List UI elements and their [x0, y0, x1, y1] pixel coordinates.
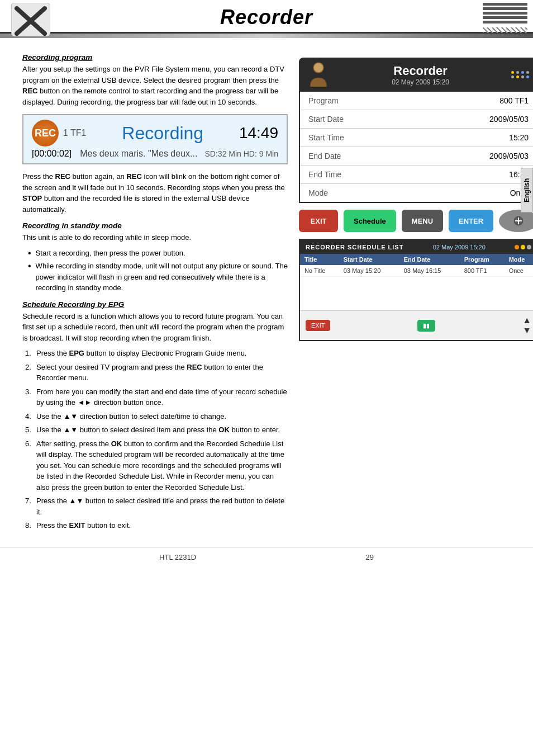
steps-list: 1. Press the EPG button to display Elect…	[22, 348, 288, 531]
recorder-row-end-date: End Date 2009/05/03	[300, 147, 533, 166]
schedule-list-header: RECORDER SCHEDULE LIST 02 May 2009 15:20	[300, 240, 533, 254]
cell-title: No Title	[300, 265, 339, 277]
list-item: 8. Press the EXIT button to exit.	[25, 520, 288, 531]
schedule-button[interactable]: Schedule	[344, 210, 396, 232]
cell-program: 800 TF1	[460, 265, 505, 277]
model-number: HTL 2231D	[159, 553, 196, 561]
recorder-row-mode: Mode Once	[300, 184, 533, 202]
rec-time: 14:49	[239, 124, 278, 142]
schedule-list-box: RECORDER SCHEDULE LIST 02 May 2009 15:20	[299, 239, 533, 341]
enter-button[interactable]: ENTER	[449, 210, 493, 232]
mode-label: Mode	[308, 188, 375, 197]
mode-value: Once	[375, 188, 529, 197]
col-title: Title	[300, 254, 339, 265]
left-column: Recording program After you setup the se…	[22, 46, 296, 536]
start-date-label: Start Date	[308, 115, 375, 124]
nav-arrows: ▲ ▼	[522, 315, 531, 336]
list-item: 7. Press the ▲▼ button to select desired…	[25, 495, 288, 517]
green-button[interactable]: ▮▮	[417, 320, 435, 332]
right-column: Recorder 02 May 2009 15:20 Program 800 T…	[296, 46, 533, 536]
svg-point-5	[517, 220, 520, 222]
rec-channel: 1 TF1	[63, 128, 87, 138]
section1-body1: After you setup the settings on the PVR …	[22, 64, 288, 107]
recorder-date: 02 May 2009 15:20	[330, 78, 511, 86]
recording-ui-box: REC 1 TF1 Recording 14:49 [00:00:02] Mes…	[22, 114, 288, 164]
decorative-dots	[511, 71, 530, 78]
start-time-label: Start Time	[308, 133, 375, 142]
schedule-bottom-buttons: EXIT ▮▮ ▲ ▼	[300, 310, 533, 340]
header-bar	[0, 34, 533, 38]
exit-small-button[interactable]: EXIT	[306, 320, 330, 331]
recorder-row-program: Program 800 TF1	[300, 92, 533, 110]
recorder-panel: Recorder 02 May 2009 15:20 Program 800 T…	[299, 58, 533, 341]
recorder-row-end-time: End Time 16:15	[300, 166, 533, 184]
end-time-value: 16:15	[375, 170, 529, 179]
col-end-date: End Date	[399, 254, 460, 265]
page-header: Recorder	[0, 0, 533, 34]
list-item: 6. After setting, press the OK button to…	[25, 438, 288, 493]
recorder-header: Recorder 02 May 2009 15:20	[299, 58, 533, 92]
program-value: 800 TF1	[375, 96, 529, 105]
recorder-row-start-date: Start Date 2009/05/03	[300, 110, 533, 129]
menu-button[interactable]: MENU	[402, 210, 443, 232]
end-time-label: End Time	[308, 170, 375, 179]
exit-button[interactable]: EXIT	[299, 210, 338, 232]
list-item: 5. Use the ▲▼ button to select desired i…	[25, 424, 288, 436]
rec-badge: REC	[32, 120, 59, 147]
recorder-body: Program 800 TF1 Start Date 2009/05/03 St…	[299, 92, 533, 203]
col-mode: Mode	[505, 254, 533, 265]
schedule-list-title: RECORDER SCHEDULE LIST	[306, 244, 403, 251]
section2-heading: Recording in standby mode	[22, 221, 288, 230]
rec-title: Recording	[87, 123, 239, 144]
nav-button[interactable]	[499, 210, 533, 232]
schedule-list-date: 02 May 2009 15:20	[403, 244, 515, 251]
col-program: Program	[460, 254, 505, 265]
bullet-item: While recording in standby mode, unit wi…	[28, 261, 288, 294]
section1-body2: Press the REC button again, an REC icon …	[22, 171, 288, 215]
down-arrow[interactable]: ▼	[522, 325, 531, 336]
start-time-value: 15:20	[375, 133, 529, 142]
list-item: 1. Press the EPG button to display Elect…	[25, 348, 288, 359]
page-number: 29	[365, 553, 373, 561]
recorder-row-start-time: Start Time 15:20	[300, 129, 533, 147]
program-label: Program	[308, 96, 375, 105]
start-date-value: 2009/05/03	[375, 115, 529, 124]
page-title: Recorder	[220, 6, 313, 29]
section1-heading: Recording program	[22, 53, 288, 62]
section2-bullets: Start a recording, then press the power …	[22, 248, 288, 294]
section3-intro: Schedule record is a function which allo…	[22, 311, 288, 344]
rec-elapsed: [00:00:02]	[32, 149, 72, 159]
svg-point-3	[313, 63, 323, 73]
nav-icon	[513, 215, 524, 226]
person-icon	[307, 62, 330, 87]
section3-heading: Schedule Recording by EPG	[22, 300, 288, 309]
logo	[11, 3, 50, 36]
col-start-date: Start Date	[339, 254, 399, 265]
list-item: 4. Use the ▲▼ direction button to select…	[25, 411, 288, 422]
schedule-dots	[515, 245, 531, 249]
table-row: No Title 03 May 15:20 03 May 16:15 800 T…	[300, 265, 533, 277]
rec-storage: SD:32 Min HD: 9 Min	[205, 149, 278, 158]
up-arrow[interactable]: ▲	[522, 315, 531, 325]
recorder-title-block: Recorder 02 May 2009 15:20	[330, 64, 511, 86]
bullet-item: Start a recording, then press the power …	[28, 248, 288, 259]
cell-end-date: 03 May 16:15	[399, 265, 460, 277]
recorder-title: Recorder	[330, 64, 511, 78]
section2-intro: This unit is able to do recording while …	[22, 232, 288, 243]
end-date-value: 2009/05/03	[375, 152, 529, 160]
footer: HTL 2231D 29	[0, 547, 533, 567]
list-item: 3. From here you can modify the start an…	[25, 386, 288, 408]
cell-mode: Once	[505, 265, 533, 277]
list-item: 2. Select your desired TV program and pr…	[25, 362, 288, 384]
rec-program: Mes deux maris. "Mes deux...	[80, 149, 204, 159]
recorder-buttons: EXIT Schedule MENU ENTER	[299, 210, 533, 232]
end-date-label: End Date	[308, 152, 375, 160]
schedule-table: Title Start Date End Date Program Mode N…	[300, 254, 533, 277]
cell-start-date: 03 May 15:20	[339, 265, 399, 277]
language-tab: English	[521, 168, 533, 212]
decorative-lines	[483, 3, 527, 33]
